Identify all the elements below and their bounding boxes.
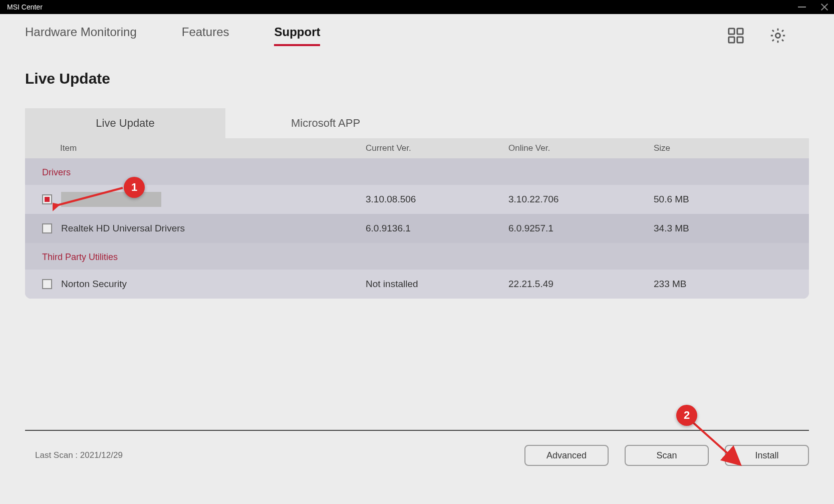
tab-hardware-monitoring[interactable]: Hardware Monitoring: [25, 25, 137, 46]
svg-rect-0: [729, 29, 734, 34]
tab-support[interactable]: Support: [274, 25, 320, 46]
col-current-version: Current Ver.: [366, 143, 508, 153]
page-title: Live Update: [25, 70, 834, 87]
table-header: Item Current Ver. Online Ver. Size: [25, 138, 809, 158]
annotation-callout-2: 2: [676, 405, 697, 426]
update-table: Drivers 3.10.08.506 3.10.22.706 50.6 MB …: [25, 158, 809, 299]
driver-name-redacted: [61, 192, 161, 207]
cell-size: 34.3 MB: [654, 223, 809, 234]
svg-rect-3: [737, 37, 743, 43]
settings-gear-icon[interactable]: [769, 27, 786, 44]
scan-button[interactable]: Scan: [625, 445, 709, 466]
row-checkbox[interactable]: [42, 223, 52, 233]
utility-name: Norton Security: [61, 279, 127, 290]
last-scan-label: Last Scan : 2021/12/29: [35, 450, 123, 460]
col-size: Size: [654, 143, 809, 153]
svg-rect-1: [737, 29, 743, 34]
titlebar: MSI Center: [0, 0, 834, 14]
svg-point-4: [775, 33, 780, 38]
svg-rect-2: [729, 37, 734, 43]
annotation-callout-1: 1: [124, 177, 145, 198]
footer: Last Scan : 2021/12/29 Advanced Scan Ins…: [35, 445, 809, 466]
tab-features[interactable]: Features: [182, 25, 229, 46]
window-minimize-icon[interactable]: [798, 7, 806, 8]
install-button[interactable]: Install: [725, 445, 809, 466]
cell-current-version: Not installed: [366, 279, 508, 290]
cell-current-version: 3.10.08.506: [366, 194, 508, 205]
row-checkbox[interactable]: [42, 194, 52, 204]
main-nav: Hardware Monitoring Features Support: [0, 14, 834, 46]
cell-online-version: 3.10.22.706: [508, 194, 654, 205]
live-update-panel: Live Update Microsoft APP Item Current V…: [25, 108, 809, 299]
group-third-party-header: Third Party Utilities: [25, 243, 809, 270]
col-item: Item: [25, 143, 366, 153]
cell-size: 50.6 MB: [654, 194, 809, 205]
subtab-live-update[interactable]: Live Update: [25, 108, 225, 138]
subtab-microsoft-app[interactable]: Microsoft APP: [225, 108, 426, 138]
table-row: Norton Security Not installed 22.21.5.49…: [25, 270, 809, 299]
window-close-icon[interactable]: [820, 3, 829, 12]
cell-current-version: 6.0.9136.1: [366, 223, 508, 234]
cell-online-version: 22.21.5.49: [508, 279, 654, 290]
footer-separator: [25, 430, 809, 431]
apps-grid-icon[interactable]: [727, 27, 744, 44]
advanced-button[interactable]: Advanced: [524, 445, 609, 466]
app-title: MSI Center: [7, 3, 43, 11]
row-checkbox[interactable]: [42, 279, 52, 289]
driver-name: Realtek HD Universal Drivers: [61, 223, 185, 234]
cell-online-version: 6.0.9257.1: [508, 223, 654, 234]
col-online-version: Online Ver.: [508, 143, 654, 153]
table-row: Realtek HD Universal Drivers 6.0.9136.1 …: [25, 214, 809, 243]
cell-size: 233 MB: [654, 279, 809, 290]
